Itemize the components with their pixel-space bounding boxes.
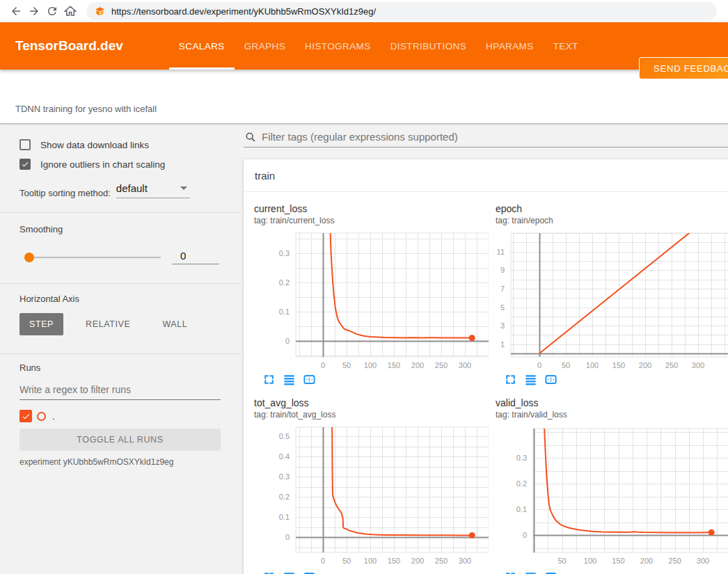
fit-domain-icon[interactable] — [303, 571, 316, 574]
send-feedback-button[interactable]: SEND FEEDBACK — [639, 57, 728, 79]
runs-table-icon[interactable] — [283, 571, 296, 574]
ignore-outliers-checkbox-row[interactable]: Ignore outliers in chart scaling — [19, 159, 221, 170]
smoothing-section: Smoothing 0 — [0, 213, 240, 284]
line-chart[interactable]: 0501001502002503001357911 — [490, 230, 728, 370]
tab-text[interactable]: TEXT — [544, 22, 588, 70]
svg-text:0.5: 0.5 — [279, 432, 290, 440]
svg-text:250: 250 — [665, 361, 678, 369]
svg-text:50: 50 — [342, 557, 351, 565]
runs-filter-input[interactable] — [19, 383, 221, 400]
smoothing-value-field[interactable]: 0 — [172, 250, 219, 264]
chart-tag: tag: train/tot_avg_loss — [254, 410, 496, 420]
svg-text:300: 300 — [459, 557, 471, 565]
line-chart[interactable]: 05010015020025030000.10.20.30.40.5 — [248, 424, 496, 568]
svg-text:0.4: 0.4 — [279, 452, 290, 461]
back-button[interactable] — [7, 2, 25, 20]
run-checkbox[interactable] — [19, 410, 32, 422]
chart-epoch: epoch tag: train/epoch 05010015020025030… — [496, 203, 728, 386]
tensorboard-favicon — [95, 6, 105, 17]
expand-chart-icon[interactable] — [262, 571, 276, 574]
axis-step-button[interactable]: STEP — [19, 313, 63, 335]
svg-text:0: 0 — [285, 337, 290, 345]
svg-text:150: 150 — [612, 557, 624, 565]
tab-histograms[interactable]: HISTOGRAMS — [295, 22, 381, 70]
slider-knob[interactable] — [24, 253, 34, 262]
svg-text:0.3: 0.3 — [279, 472, 290, 481]
toggle-all-runs-button[interactable]: TOGGLE ALL RUNS — [19, 429, 221, 451]
svg-text:11: 11 — [497, 248, 505, 256]
expand-chart-icon[interactable] — [504, 571, 517, 574]
chart-actions — [254, 571, 496, 574]
tab-hparams[interactable]: HPARAMS — [476, 22, 544, 70]
runs-table-icon[interactable] — [524, 373, 537, 386]
ignore-outliers-checkbox[interactable] — [19, 159, 31, 170]
line-chart[interactable]: 05010015020025030000.10.20.3 — [248, 230, 496, 370]
tag-group-header[interactable]: train — [244, 159, 728, 192]
tooltip-sorting-label: Tooltip sorting method: — [19, 188, 111, 198]
browser-window: https://tensorboard.dev/experiment/yKUbh… — [0, 0, 728, 574]
svg-text:1: 1 — [500, 340, 505, 349]
smoothing-slider[interactable] — [24, 257, 161, 258]
svg-text:200: 200 — [639, 361, 651, 369]
svg-text:50: 50 — [342, 361, 351, 369]
svg-text:250: 250 — [435, 557, 448, 565]
forward-button[interactable] — [25, 2, 43, 20]
home-icon — [64, 5, 77, 17]
run-row[interactable]: . — [19, 409, 221, 423]
horizontal-axis-label: Horizontal Axis — [19, 294, 221, 304]
svg-text:150: 150 — [612, 361, 625, 369]
svg-text:3: 3 — [500, 321, 505, 330]
svg-text:100: 100 — [586, 361, 599, 369]
expand-chart-icon[interactable] — [262, 373, 276, 386]
app-header: TensorBoard.dev SCALARS GRAPHS HISTOGRAM… — [0, 22, 728, 70]
charts-grid: current_loss tag: train/current_loss 050… — [244, 192, 728, 574]
tag-filter-row — [244, 129, 728, 148]
reload-button[interactable] — [43, 2, 61, 20]
horizontal-axis-buttons: STEP RELATIVE WALL — [19, 313, 221, 335]
fit-domain-icon[interactable] — [544, 373, 557, 386]
svg-text:150: 150 — [388, 361, 400, 369]
runs-section: Runs . TOGGLE ALL RUNS experiment yKUbhb… — [0, 354, 240, 467]
svg-text:0.2: 0.2 — [279, 493, 290, 501]
check-icon — [21, 160, 29, 168]
svg-text:0.3: 0.3 — [279, 249, 290, 257]
smoothing-slider-row: 0 — [19, 250, 221, 264]
chart-tag: tag: train/valid_loss — [496, 410, 728, 420]
check-icon — [22, 412, 31, 421]
fit-domain-icon[interactable] — [303, 373, 316, 386]
axis-relative-button[interactable]: RELATIVE — [76, 313, 140, 335]
tab-distributions[interactable]: DISTRIBUTIONS — [381, 22, 476, 70]
svg-text:0.3: 0.3 — [516, 454, 527, 462]
svg-text:0: 0 — [321, 557, 325, 565]
chart-title: valid_loss — [496, 397, 728, 408]
svg-text:100: 100 — [584, 557, 596, 565]
svg-text:300: 300 — [697, 557, 709, 565]
runs-table-icon[interactable] — [283, 373, 296, 386]
home-button[interactable] — [61, 2, 79, 20]
show-download-links-checkbox-row[interactable]: Show data download links — [19, 139, 221, 150]
svg-text:5: 5 — [500, 303, 505, 312]
fit-domain-icon[interactable] — [544, 571, 557, 574]
general-settings-section: Show data download links Ignore outliers… — [0, 124, 240, 213]
axis-wall-button[interactable]: WALL — [152, 313, 197, 335]
expand-chart-icon[interactable] — [504, 373, 517, 386]
checkbox-label: Ignore outliers in chart scaling — [40, 159, 165, 170]
tab-scalars[interactable]: SCALARS — [169, 22, 235, 70]
svg-text:0.1: 0.1 — [516, 505, 527, 513]
line-chart[interactable]: 5010015020025030000.10.20.3 — [490, 424, 728, 568]
svg-text:150: 150 — [388, 557, 400, 565]
svg-text:200: 200 — [640, 557, 653, 565]
tab-graphs[interactable]: GRAPHS — [235, 22, 295, 70]
chart-actions — [254, 373, 496, 386]
address-bar[interactable]: https://tensorboard.dev/experiment/yKUbh… — [86, 2, 717, 20]
runs-table-icon[interactable] — [524, 571, 537, 574]
svg-text:100: 100 — [364, 361, 377, 369]
dashboard-main: train current_loss tag: train/current_lo… — [240, 124, 728, 574]
run-color-swatch — [37, 412, 46, 421]
show-download-links-checkbox[interactable] — [19, 139, 31, 150]
tag-group-card: train current_loss tag: train/current_lo… — [244, 159, 728, 574]
tag-filter-input[interactable] — [262, 131, 728, 143]
tooltip-sorting-dropdown[interactable]: default — [116, 182, 190, 198]
horizontal-axis-section: Horizontal Axis STEP RELATIVE WALL — [0, 284, 240, 354]
experiment-description: TDNN training for yesno with icefall — [15, 104, 157, 114]
